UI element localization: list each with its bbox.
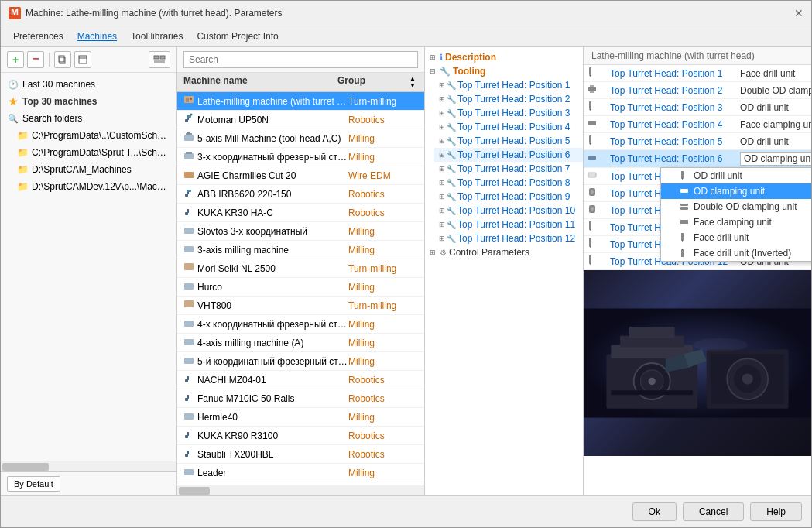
table-row[interactable]: Top Turret Head: Position 3 OD drill uni… <box>584 99 811 116</box>
remove-button[interactable]: − <box>27 51 44 68</box>
menu-custom-project[interactable]: Custom Project Info <box>190 29 284 44</box>
tree-folder-2[interactable]: 📁 C:\ProgramData\Sprut T...\Schemas <box>1 144 176 161</box>
machine-row[interactable]: Slovtos 3-х координатный Milling <box>177 222 424 241</box>
machine-row[interactable]: Mori Seiki NL 2500 Turn-milling <box>177 259 424 278</box>
sort-up-icon[interactable]: ▲ <box>409 75 416 82</box>
machine-row[interactable]: Motoman UP50N Robotics <box>177 111 424 129</box>
left-scrollbar-thumb[interactable] <box>2 463 49 471</box>
detail-panel: Lathe-milling machine (with turret head) <box>584 47 811 495</box>
tree-folder-3[interactable]: 📁 D:\SprutCAM_Machines <box>1 161 176 178</box>
pos1-tbl-label: Top Turret Head: Position 1 <box>610 68 722 79</box>
dropdown-item-od-drill[interactable]: OD drill unit <box>661 168 811 183</box>
machine-row[interactable]: 4-х координатный фрезерный стан... Milli… <box>177 315 424 334</box>
svg-rect-53 <box>590 91 594 93</box>
machine-row[interactable]: 3-axis milling machine Milling <box>177 241 424 259</box>
pos3-label: Top Turret Head: Position 3 <box>457 108 570 118</box>
machine-icon-7 <box>183 225 197 238</box>
machine-list[interactable]: Lathe-milling machine (with turret head)… <box>177 92 424 485</box>
param-tooling[interactable]: ⊟ 🔧 Tooling <box>425 64 583 78</box>
add-button[interactable]: + <box>7 51 24 68</box>
svg-rect-85 <box>629 327 675 338</box>
position-row-12[interactable]: ⊞ 🔧 Top Turret Head: Position 12 <box>434 231 583 245</box>
machine-row[interactable]: 5-й координатный фрезерный стан... Milli… <box>177 352 424 371</box>
machine-row[interactable]: NACHI MZ04-01 Robotics <box>177 371 424 389</box>
pos6-label: Top Turret Head: Position 6 <box>457 149 570 160</box>
menu-machines[interactable]: Machines <box>71 29 123 44</box>
machine-row[interactable]: 4-axis milling machine (A) Milling <box>177 334 424 352</box>
layout-button[interactable] <box>149 51 170 68</box>
position-row-9[interactable]: ⊞ 🔧 Top Turret Head: Position 9 <box>434 190 583 204</box>
position-row-2[interactable]: ⊞ 🔧 Top Turret Head: Position 2 <box>434 92 583 106</box>
machine-row[interactable]: KUKA KR90 R3100 Robotics <box>177 427 424 445</box>
position-row-6[interactable]: ⊞ 🔧 Top Turret Head: Position 6 <box>434 148 583 162</box>
er25-icon <box>587 221 598 231</box>
machine-icon-12 <box>183 317 197 331</box>
position-row-3[interactable]: ⊞ 🔧 Top Turret Head: Position 3 <box>434 106 583 120</box>
dropdown-item-face-clamp[interactable]: Face clamping unit <box>661 214 811 230</box>
position-row-4[interactable]: ⊞ 🔧 Top Turret Head: Position 4 <box>434 120 583 134</box>
machine-row[interactable]: ABB IRB6620 220-150 Robotics <box>177 185 424 204</box>
tree-top-30[interactable]: ★ Top 30 machines <box>1 93 176 110</box>
position-row-8[interactable]: ⊞ 🔧 Top Turret Head: Position 8 <box>434 176 583 190</box>
face-clamp-icon <box>587 118 598 129</box>
param-description[interactable]: ⊞ ℹ Description <box>425 50 583 64</box>
table-row[interactable]: Top Turret Head: Position 1 Face drill u… <box>584 65 811 82</box>
tree-last-30[interactable]: 🕐 Last 30 machines <box>1 76 176 93</box>
table-row[interactable]: Top Turret Head: Position 2 Double OD cl… <box>584 82 811 99</box>
expand-pos11: ⊞ <box>439 221 447 228</box>
machine-name-12: 4-х координатный фрезерный стан... <box>197 319 348 330</box>
left-scrollbar[interactable] <box>1 461 176 471</box>
machine-row[interactable]: Lathe-milling machine (with turret head)… <box>177 92 424 111</box>
menu-preferences[interactable]: Preferences <box>7 29 70 44</box>
main-content: + − <box>1 47 811 495</box>
middle-scrollbar-thumb[interactable] <box>179 487 210 495</box>
machine-row[interactable]: Hermle40 Milling <box>177 408 424 427</box>
col-header-machine[interactable]: Machine name <box>183 75 337 89</box>
position-row-5[interactable]: ⊞ 🔧 Top Turret Head: Position 5 <box>434 134 583 148</box>
svg-rect-70 <box>588 173 596 177</box>
position-row-10[interactable]: ⊞ 🔧 Top Turret Head: Position 10 <box>434 204 583 218</box>
dropdown-item-double-od[interactable]: Double OD clamping unit <box>661 199 811 214</box>
table-row-selected[interactable]: Top Turret Head: Position 6 ▼ <box>584 150 811 168</box>
param-control[interactable]: ⊞ ⚙ Control Parameters <box>425 245 583 259</box>
dropdown-item-od-clamp[interactable]: OD clamping unit <box>661 183 811 199</box>
help-button[interactable]: Help <box>750 502 802 521</box>
tree-folder-1[interactable]: 📁 C:\ProgramData\..\CustomSchemas <box>1 127 176 144</box>
copy-button[interactable] <box>54 51 71 68</box>
search-input[interactable] <box>183 51 418 68</box>
cancel-button[interactable]: Cancel <box>683 502 744 521</box>
machine-row[interactable]: AGIE Charmilles Cut 20 Wire EDM <box>177 166 424 185</box>
dropdown-item-face-drill[interactable]: Face drill unit <box>661 230 811 245</box>
machine-row[interactable]: Staubli TX200HBL Robotics <box>177 445 424 464</box>
dropdown-item-face-drill-inv[interactable]: Face drill unit (Inverted) <box>661 245 811 261</box>
sort-button[interactable]: By Default <box>7 476 60 492</box>
table-row[interactable]: Top Turret Head: Position 5 OD drill uni… <box>584 133 811 150</box>
position-row-7[interactable]: ⊞ 🔧 Top Turret Head: Position 7 <box>434 162 583 176</box>
machine-icon-8 <box>183 243 197 256</box>
col-header-group[interactable]: Group <box>337 75 407 89</box>
menu-tool-libraries[interactable]: Tool libraries <box>125 29 189 44</box>
table-row[interactable]: Top Turret Head: Position 4 Face clampin… <box>584 116 811 133</box>
machine-row[interactable]: Leader Milling <box>177 464 424 482</box>
close-button[interactable]: ✕ <box>794 7 803 19</box>
position-row-1[interactable]: ⊞ 🔧 Top Turret Head: Position 1 <box>434 78 583 92</box>
tree-folder-4[interactable]: 📁 D:\SprutCAMDev.12\Ap...\Machines <box>1 178 176 195</box>
machine-row[interactable]: 5-axis Mill Machine (tool head A,C) Mill… <box>177 129 424 148</box>
tree-search-folders[interactable]: 🔍 Search folders <box>1 110 176 127</box>
svg-point-93 <box>742 374 753 385</box>
od-drill3-icon <box>587 255 598 266</box>
ok-button[interactable]: Ok <box>632 502 677 521</box>
middle-scrollbar[interactable] <box>177 485 424 495</box>
unit-dropdown-input[interactable] <box>740 152 811 166</box>
machine-row[interactable]: 3-х координатный фрезерный станок Millin… <box>177 148 424 166</box>
machine-row[interactable]: VHT800 Turn-milling <box>177 297 424 315</box>
machine-row[interactable]: KUKA KR30 HA-C Robotics <box>177 204 424 222</box>
machine-row[interactable]: Fanuc M710IC 50 Rails Robotics <box>177 389 424 408</box>
machine-row[interactable]: Hurco Milling <box>177 278 424 297</box>
sort-down-icon[interactable]: ▼ <box>409 82 416 89</box>
machine-group-5: Robotics <box>348 189 418 200</box>
position-row-11[interactable]: ⊞ 🔧 Top Turret Head: Position 11 <box>434 218 583 231</box>
machine-group-12: Milling <box>348 319 418 330</box>
svg-rect-44 <box>187 451 189 454</box>
settings-button[interactable] <box>74 51 91 68</box>
